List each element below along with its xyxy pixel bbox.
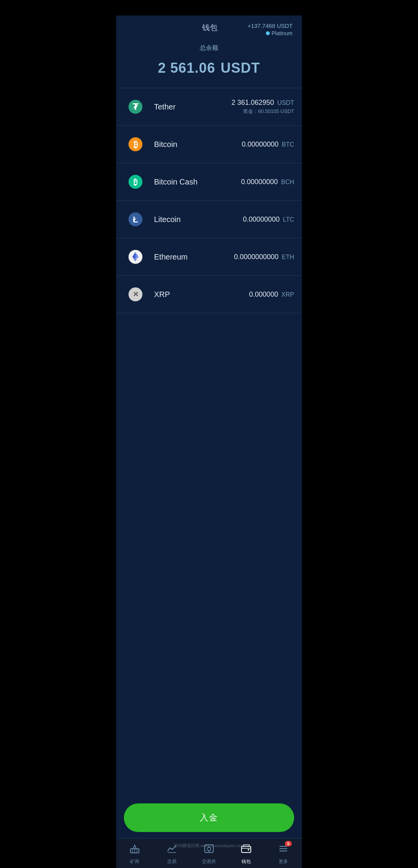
coin-balance-tether: 2 361.062950 USDT 奖金：60.50105 USDT <box>231 99 294 115</box>
svg-text:₮: ₮ <box>133 102 139 112</box>
nav-item-wallet[interactable]: 钱包 <box>228 842 265 866</box>
coin-name-ethereum: Ethereum <box>154 253 234 261</box>
svg-rect-21 <box>242 846 251 853</box>
nav-item-exchange[interactable]: 交易所 <box>190 842 228 866</box>
platinum-dot-icon <box>266 31 270 35</box>
app-container: 钱包 +137.7468 USDT Platinum 总余额 2 561.06 … <box>116 15 302 868</box>
platinum-badge: Platinum <box>266 30 293 36</box>
usdt-change: +137.7468 USDT <box>248 22 293 29</box>
coin-icon-ethereum <box>124 245 147 268</box>
coin-amount-ethereum: 0.0000000000 ETH <box>234 253 294 261</box>
svg-text:₿: ₿ <box>134 178 137 186</box>
coin-currency-tether: USDT <box>276 99 294 106</box>
coin-name-bitcoin-cash: Bitcoin Cash <box>154 178 241 186</box>
nav-label-more: 更多 <box>279 858 288 865</box>
coin-currency-ethereum: ETH <box>280 254 294 260</box>
coin-balance-bitcoin: 0.00000000 BTC <box>242 140 294 149</box>
nav-badge-more: 5 <box>285 841 292 846</box>
svg-text:₿: ₿ <box>134 140 138 149</box>
nav-item-more[interactable]: 5 更多 <box>265 842 302 866</box>
nav-icon-trade <box>166 843 177 857</box>
coin-balance-bitcoin-cash: 0.00000000 BCH <box>241 178 294 186</box>
coin-amount-tether: 2 361.062950 USDT <box>231 99 294 107</box>
balance-currency: USDT <box>221 60 260 76</box>
coin-bonus: 奖金：60.50105 USDT <box>231 108 294 115</box>
change-currency: USDT <box>277 22 293 29</box>
coin-item-ethereum[interactable]: Ethereum 0.0000000000 ETH <box>116 238 302 276</box>
coin-amount-litecoin: 0.00000000 LTC <box>243 215 294 224</box>
coin-balance-xrp: 0.000000 XRP <box>249 290 294 299</box>
coin-item-bitcoin[interactable]: ₿ Bitcoin 0.00000000 BTC <box>116 126 302 163</box>
coin-currency-xrp: XRP <box>280 291 294 298</box>
coin-amount-bitcoin: 0.00000000 BTC <box>242 140 294 149</box>
status-bar <box>116 0 302 15</box>
coin-currency-bitcoin-cash: BCH <box>279 179 294 185</box>
change-value: +137.7468 <box>248 22 275 29</box>
coin-item-xrp[interactable]: ✕ XRP 0.000000 XRP <box>116 276 302 313</box>
nav-icon-exchange <box>204 843 214 857</box>
page-title: 钱包 <box>172 22 248 33</box>
header-right: +137.7468 USDT Platinum <box>248 22 293 36</box>
coin-name-tether: Tether <box>154 103 231 111</box>
coin-name-litecoin: Litecoin <box>154 215 243 224</box>
coin-amount-bitcoin-cash: 0.00000000 BCH <box>241 178 294 186</box>
coin-icon-xrp: ✕ <box>124 283 147 306</box>
coin-icon-litecoin: Ł <box>124 208 147 231</box>
nav-icon-wallet <box>241 843 252 857</box>
balance-section: 总余额 2 561.06 USDT <box>116 40 302 88</box>
coin-icon-bitcoin: ₿ <box>124 133 147 156</box>
deposit-button[interactable]: 入金 <box>124 803 294 832</box>
svg-point-22 <box>248 849 249 851</box>
nav-icon-miner <box>129 843 140 857</box>
header: 钱包 +137.7468 USDT Platinum <box>116 15 302 40</box>
nav-label-miner: 矿商 <box>130 858 139 865</box>
svg-text:✕: ✕ <box>133 290 139 298</box>
nav-label-exchange: 交易所 <box>202 858 216 865</box>
nav-item-miner[interactable]: 矿商 <box>116 842 153 866</box>
coin-balance-litecoin: 0.00000000 LTC <box>243 215 294 224</box>
coin-icon-tether: ₮ <box>124 95 147 118</box>
coin-amount-xrp: 0.000000 XRP <box>249 290 294 299</box>
svg-text:Ł: Ł <box>133 215 138 224</box>
coin-item-litecoin[interactable]: Ł Litecoin 0.00000000 LTC <box>116 201 302 238</box>
coin-name-bitcoin: Bitcoin <box>154 140 242 149</box>
coin-list: ₮ Tether 2 361.062950 USDT 奖金：60.50105 U… <box>116 88 302 796</box>
nav-label-wallet: 钱包 <box>242 858 251 865</box>
nav-label-trade: 交易 <box>167 858 176 865</box>
balance-label: 总余额 <box>125 44 293 52</box>
coin-currency-litecoin: LTC <box>281 216 294 223</box>
balance-value: 2 561.06 <box>158 60 215 76</box>
nav-item-trade[interactable]: 交易 <box>153 842 190 866</box>
coin-currency-bitcoin: BTC <box>280 141 294 148</box>
coin-balance-ethereum: 0.0000000000 ETH <box>234 253 294 261</box>
coin-item-tether[interactable]: ₮ Tether 2 361.062950 USDT 奖金：60.50105 U… <box>116 88 302 126</box>
coin-name-xrp: XRP <box>154 290 249 299</box>
platinum-label: Platinum <box>272 30 293 36</box>
nav-icon-more: 5 <box>278 843 289 857</box>
coin-icon-bitcoin-cash: ₿ <box>124 170 147 193</box>
balance-amount: 2 561.06 USDT <box>125 56 293 77</box>
coin-item-bitcoin-cash[interactable]: ₿ Bitcoin Cash 0.00000000 BCH <box>116 163 302 201</box>
bottom-nav: 矿商 交易 交易所 钱包 5 更多 <box>116 838 302 868</box>
